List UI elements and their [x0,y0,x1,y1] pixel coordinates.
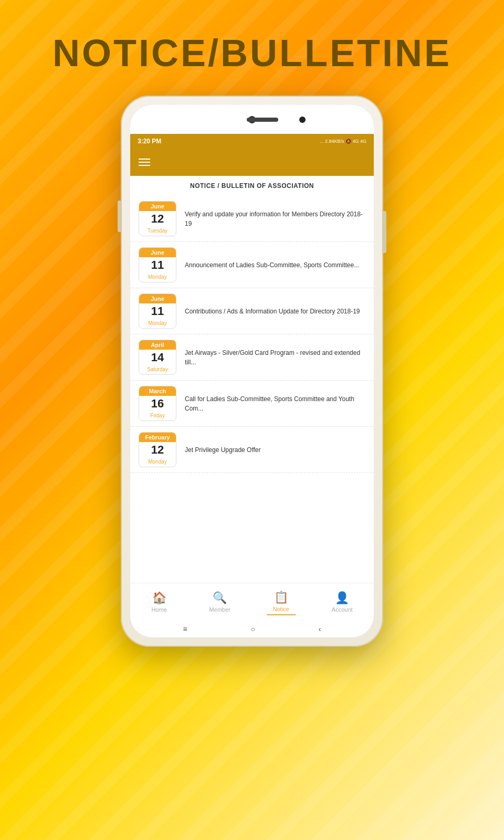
notice-item[interactable]: June 11 Monday Contributions / Ads & Inf… [130,288,374,334]
notice-text: Contributions / Ads & Information Update… [185,307,360,316]
notices-list: June 12 Tuesday Verify and update your i… [130,196,374,583]
date-day: 14 [139,350,176,365]
notice-item[interactable]: March 16 Friday Call for Ladies Sub-Comm… [130,381,374,427]
notice-text: Announcement of Ladies Sub-Committee, Sp… [185,260,359,270]
nav-item-account[interactable]: 👤 Account [326,589,359,615]
notice-item[interactable]: June 11 Monday Announcement of Ladies Su… [130,242,374,288]
member-nav-label: Member [209,606,230,613]
phone-shell: 3:20 PM ... 2.84KB/s 🔕 4G 4G NOTICE / BU… [121,96,383,647]
account-nav-icon: 👤 [335,591,349,605]
notice-nav-icon: 📋 [274,591,288,604]
nav-item-home[interactable]: 🏠 Home [145,589,173,615]
status-network: ... 2.84KB/s 🔕 4G 4G [320,139,366,144]
notice-text: Jet Privilege Upgrade Offer [185,445,261,455]
date-month: June [139,202,176,211]
page-title: NOTICE/BULLETINE [52,32,452,75]
bottom-nav: 🏠 Home 🔍 Member 📋 Notice 👤 Account [130,583,374,621]
date-weekday: Friday [139,412,176,421]
date-month: June [139,294,176,303]
notice-item[interactable]: February 12 Monday Jet Privilege Upgrade… [130,427,374,473]
phone-top-bar [130,105,374,134]
hamburger-menu[interactable] [139,159,150,166]
member-nav-icon: 🔍 [213,591,227,605]
volume-button [118,201,121,232]
date-month: June [139,248,176,257]
phone-screen: 3:20 PM ... 2.84KB/s 🔕 4G 4G NOTICE / BU… [130,105,374,637]
notice-text: Verify and update your information for M… [185,209,365,228]
status-time: 3:20 PM [138,138,161,145]
date-weekday: Monday [139,458,176,467]
home-nav-icon: 🏠 [152,591,166,605]
app-content: NOTICE / BULLETIN OF ASSOCIATION June 12… [130,176,374,583]
home-nav-label: Home [151,606,166,613]
android-menu-btn[interactable]: ≡ [183,625,187,633]
date-badge: February 12 Monday [139,432,176,467]
date-month: April [139,340,176,350]
date-day: 11 [139,303,176,319]
app-header [130,149,374,176]
notice-text: Call for Ladies Sub-Committee, Sports Co… [185,394,365,413]
nav-item-member[interactable]: 🔍 Member [203,589,237,615]
date-weekday: Monday [139,273,176,282]
earpiece [247,118,278,122]
status-bar: 3:20 PM ... 2.84KB/s 🔕 4G 4G [130,134,374,149]
date-badge: June 12 Tuesday [139,201,176,236]
date-weekday: Monday [139,319,176,328]
date-day: 11 [139,257,176,273]
date-day: 12 [139,211,176,227]
notice-item[interactable]: April 14 Saturday Jet Airways - Silver/G… [130,334,374,381]
date-weekday: Tuesday [139,227,176,236]
notice-text: Jet Airways - Silver/Gold Card Program -… [185,348,365,367]
android-home-btn[interactable]: ○ [251,625,255,633]
android-bar: ≡ ○ ‹ [130,621,374,637]
date-month: March [139,386,176,396]
date-badge: June 11 Monday [139,293,176,329]
date-month: February [139,433,176,442]
date-badge: April 14 Saturday [139,340,176,375]
nav-item-notice[interactable]: 📋 Notice [267,589,296,615]
notice-nav-label: Notice [273,606,289,612]
notice-item[interactable]: June 12 Tuesday Verify and update your i… [130,196,374,242]
date-badge: March 16 Friday [139,386,176,421]
android-back-btn[interactable]: ‹ [319,625,321,633]
section-title: NOTICE / BULLETIN OF ASSOCIATION [130,176,374,196]
date-badge: June 11 Monday [139,247,176,282]
power-button [383,211,386,253]
date-day: 12 [139,442,176,458]
front-camera [299,117,306,123]
account-nav-label: Account [332,606,353,613]
date-day: 16 [139,396,176,412]
date-weekday: Saturday [139,365,176,374]
